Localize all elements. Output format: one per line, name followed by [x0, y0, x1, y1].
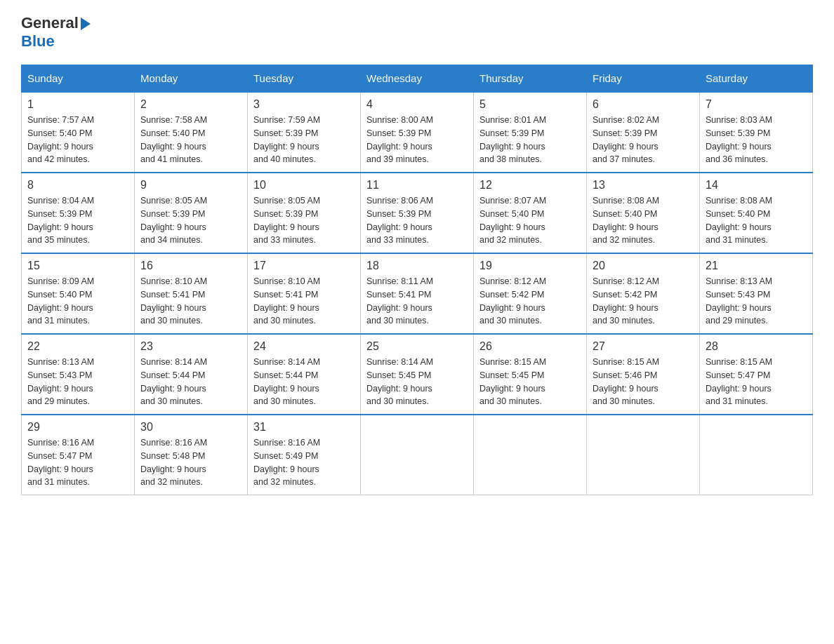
- day-info: Sunrise: 8:05 AMSunset: 5:39 PMDaylight:…: [253, 194, 355, 247]
- table-row: 10Sunrise: 8:05 AMSunset: 5:39 PMDayligh…: [248, 173, 361, 253]
- day-info: Sunrise: 8:10 AMSunset: 5:41 PMDaylight:…: [253, 275, 355, 328]
- table-row: 2Sunrise: 7:58 AMSunset: 5:40 PMDaylight…: [135, 92, 248, 173]
- day-info: Sunrise: 8:16 AMSunset: 5:47 PMDaylight:…: [27, 436, 128, 489]
- table-row: 29Sunrise: 8:16 AMSunset: 5:47 PMDayligh…: [22, 415, 135, 495]
- day-number: 12: [479, 179, 581, 192]
- day-number: 1: [27, 98, 128, 111]
- table-row: 21Sunrise: 8:13 AMSunset: 5:43 PMDayligh…: [700, 253, 813, 334]
- day-number: 14: [706, 179, 807, 192]
- table-row: 27Sunrise: 8:15 AMSunset: 5:46 PMDayligh…: [587, 334, 700, 415]
- day-info: Sunrise: 8:15 AMSunset: 5:46 PMDaylight:…: [593, 356, 694, 408]
- day-info: Sunrise: 7:57 AMSunset: 5:40 PMDaylight:…: [27, 114, 128, 166]
- table-row: 30Sunrise: 8:16 AMSunset: 5:48 PMDayligh…: [135, 415, 248, 495]
- day-number: 8: [27, 179, 128, 192]
- table-row: 6Sunrise: 8:02 AMSunset: 5:39 PMDaylight…: [587, 92, 700, 173]
- day-number: 9: [140, 179, 241, 192]
- table-row: [474, 415, 587, 495]
- day-number: 25: [366, 340, 468, 353]
- col-header-saturday: Saturday: [700, 65, 813, 93]
- day-number: 16: [140, 260, 241, 272]
- day-info: Sunrise: 8:15 AMSunset: 5:45 PMDaylight:…: [479, 356, 581, 408]
- day-number: 17: [253, 260, 355, 272]
- table-row: 5Sunrise: 8:01 AMSunset: 5:39 PMDaylight…: [474, 92, 587, 173]
- day-number: 18: [366, 260, 468, 272]
- day-info: Sunrise: 8:00 AMSunset: 5:39 PMDaylight:…: [366, 114, 468, 166]
- table-row: 11Sunrise: 8:06 AMSunset: 5:39 PMDayligh…: [361, 173, 474, 253]
- table-row: 8Sunrise: 8:04 AMSunset: 5:39 PMDaylight…: [22, 173, 135, 253]
- day-number: 3: [253, 98, 355, 111]
- table-row: 23Sunrise: 8:14 AMSunset: 5:44 PMDayligh…: [135, 334, 248, 415]
- day-info: Sunrise: 8:13 AMSunset: 5:43 PMDaylight:…: [27, 356, 128, 408]
- day-info: Sunrise: 8:07 AMSunset: 5:40 PMDaylight:…: [479, 194, 581, 247]
- table-row: 17Sunrise: 8:10 AMSunset: 5:41 PMDayligh…: [248, 253, 361, 334]
- table-row: 31Sunrise: 8:16 AMSunset: 5:49 PMDayligh…: [248, 415, 361, 495]
- col-header-friday: Friday: [587, 65, 700, 93]
- col-header-sunday: Sunday: [22, 65, 135, 93]
- day-number: 11: [366, 179, 468, 192]
- day-number: 15: [27, 260, 128, 272]
- day-info: Sunrise: 8:13 AMSunset: 5:43 PMDaylight:…: [706, 275, 807, 328]
- table-row: 18Sunrise: 8:11 AMSunset: 5:41 PMDayligh…: [361, 253, 474, 334]
- day-info: Sunrise: 8:16 AMSunset: 5:49 PMDaylight:…: [253, 436, 355, 489]
- calendar-week-5: 29Sunrise: 8:16 AMSunset: 5:47 PMDayligh…: [22, 415, 813, 495]
- day-number: 5: [479, 98, 581, 111]
- table-row: 9Sunrise: 8:05 AMSunset: 5:39 PMDaylight…: [135, 173, 248, 253]
- table-row: 13Sunrise: 8:08 AMSunset: 5:40 PMDayligh…: [587, 173, 700, 253]
- table-row: 4Sunrise: 8:00 AMSunset: 5:39 PMDaylight…: [361, 92, 474, 173]
- day-info: Sunrise: 8:12 AMSunset: 5:42 PMDaylight:…: [479, 275, 581, 328]
- day-number: 20: [593, 260, 694, 272]
- day-number: 4: [366, 98, 468, 111]
- day-info: Sunrise: 8:09 AMSunset: 5:40 PMDaylight:…: [27, 275, 128, 328]
- table-row: 26Sunrise: 8:15 AMSunset: 5:45 PMDayligh…: [474, 334, 587, 415]
- day-info: Sunrise: 8:08 AMSunset: 5:40 PMDaylight:…: [593, 194, 694, 247]
- calendar-week-3: 15Sunrise: 8:09 AMSunset: 5:40 PMDayligh…: [22, 253, 813, 334]
- day-number: 27: [593, 340, 694, 353]
- day-number: 23: [140, 340, 241, 353]
- table-row: 1Sunrise: 7:57 AMSunset: 5:40 PMDaylight…: [22, 92, 135, 173]
- day-number: 29: [27, 421, 128, 434]
- day-info: Sunrise: 8:16 AMSunset: 5:48 PMDaylight:…: [140, 436, 241, 489]
- table-row: 16Sunrise: 8:10 AMSunset: 5:41 PMDayligh…: [135, 253, 248, 334]
- day-number: 22: [27, 340, 128, 353]
- day-info: Sunrise: 8:14 AMSunset: 5:44 PMDaylight:…: [140, 356, 241, 408]
- day-info: Sunrise: 8:11 AMSunset: 5:41 PMDaylight:…: [366, 275, 468, 328]
- table-row: [587, 415, 700, 495]
- col-header-thursday: Thursday: [474, 65, 587, 93]
- table-row: 28Sunrise: 8:15 AMSunset: 5:47 PMDayligh…: [700, 334, 813, 415]
- day-info: Sunrise: 8:08 AMSunset: 5:40 PMDaylight:…: [706, 194, 807, 247]
- table-row: 22Sunrise: 8:13 AMSunset: 5:43 PMDayligh…: [22, 334, 135, 415]
- table-row: 15Sunrise: 8:09 AMSunset: 5:40 PMDayligh…: [22, 253, 135, 334]
- day-number: 26: [479, 340, 581, 353]
- col-header-wednesday: Wednesday: [361, 65, 474, 93]
- calendar-table: SundayMondayTuesdayWednesdayThursdayFrid…: [21, 65, 813, 495]
- day-info: Sunrise: 8:04 AMSunset: 5:39 PMDaylight:…: [27, 194, 128, 247]
- day-number: 19: [479, 260, 581, 272]
- day-number: 7: [706, 98, 807, 111]
- day-info: Sunrise: 8:03 AMSunset: 5:39 PMDaylight:…: [706, 114, 807, 166]
- day-info: Sunrise: 8:14 AMSunset: 5:45 PMDaylight:…: [366, 356, 468, 408]
- page-header: General Blue: [21, 14, 813, 51]
- day-number: 28: [706, 340, 807, 353]
- table-row: 24Sunrise: 8:14 AMSunset: 5:44 PMDayligh…: [248, 334, 361, 415]
- table-row: 20Sunrise: 8:12 AMSunset: 5:42 PMDayligh…: [587, 253, 700, 334]
- calendar-week-1: 1Sunrise: 7:57 AMSunset: 5:40 PMDaylight…: [22, 92, 813, 173]
- day-info: Sunrise: 8:06 AMSunset: 5:39 PMDaylight:…: [366, 194, 468, 247]
- table-row: [361, 415, 474, 495]
- day-number: 2: [140, 98, 241, 111]
- col-header-monday: Monday: [135, 65, 248, 93]
- table-row: 14Sunrise: 8:08 AMSunset: 5:40 PMDayligh…: [700, 173, 813, 253]
- day-info: Sunrise: 7:59 AMSunset: 5:39 PMDaylight:…: [253, 114, 355, 166]
- day-info: Sunrise: 8:01 AMSunset: 5:39 PMDaylight:…: [479, 114, 581, 166]
- day-info: Sunrise: 8:12 AMSunset: 5:42 PMDaylight:…: [593, 275, 694, 328]
- table-row: 19Sunrise: 8:12 AMSunset: 5:42 PMDayligh…: [474, 253, 587, 334]
- day-info: Sunrise: 8:10 AMSunset: 5:41 PMDaylight:…: [140, 275, 241, 328]
- day-number: 30: [140, 421, 241, 434]
- logo: General Blue: [21, 14, 91, 51]
- day-number: 21: [706, 260, 807, 272]
- day-info: Sunrise: 8:14 AMSunset: 5:44 PMDaylight:…: [253, 356, 355, 408]
- day-info: Sunrise: 8:02 AMSunset: 5:39 PMDaylight:…: [593, 114, 694, 166]
- table-row: [700, 415, 813, 495]
- day-number: 13: [593, 179, 694, 192]
- table-row: 7Sunrise: 8:03 AMSunset: 5:39 PMDaylight…: [700, 92, 813, 173]
- col-header-tuesday: Tuesday: [248, 65, 361, 93]
